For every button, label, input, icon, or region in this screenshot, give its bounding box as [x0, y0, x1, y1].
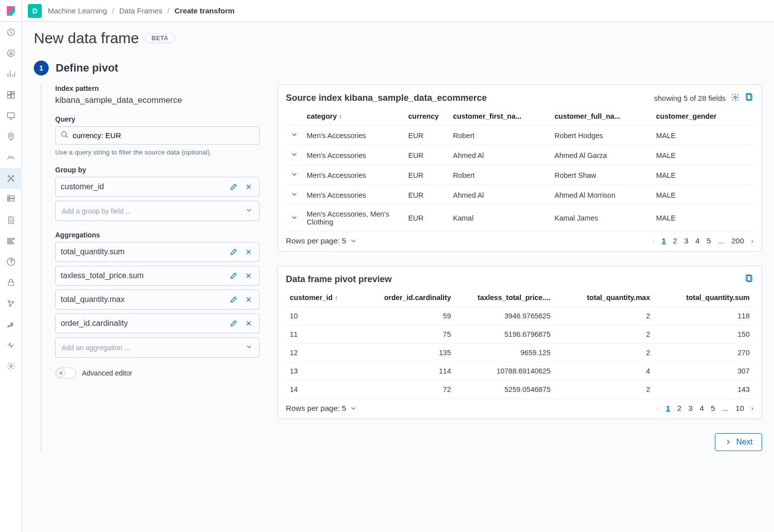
expand-row-icon[interactable] — [286, 126, 303, 146]
nav-logs-icon[interactable] — [0, 210, 22, 230]
nav-ml-icon[interactable] — [0, 168, 22, 189]
nav-infra-icon[interactable] — [0, 189, 22, 210]
gear-icon[interactable] — [731, 93, 740, 103]
nav-siem-icon[interactable] — [0, 272, 22, 293]
column-header[interactable]: taxless_total_price.... — [455, 289, 554, 307]
svg-rect-21 — [7, 240, 12, 241]
column-header[interactable]: currency — [404, 107, 449, 126]
table-cell: 2 — [555, 307, 654, 325]
sort-asc-icon: ↑ — [339, 113, 342, 120]
column-header[interactable]: category↑ — [303, 107, 404, 126]
column-header[interactable]: customer_gender — [652, 107, 754, 126]
page-number[interactable]: 4 — [699, 404, 704, 413]
aggregation-placeholder: Add an aggregation ... — [62, 344, 130, 352]
nav-dashboard-icon[interactable] — [0, 84, 22, 105]
aggregation-add[interactable]: Add an aggregation ... — [55, 337, 259, 358]
page-number[interactable]: 3 — [684, 236, 688, 245]
page-next[interactable]: › — [751, 236, 754, 245]
page-number[interactable]: 5 — [711, 404, 715, 413]
table-cell: Ahmed Al Morrison — [551, 185, 652, 205]
expand-row-icon[interactable] — [286, 205, 303, 231]
column-header[interactable]: total_quantity.sum — [654, 289, 754, 307]
page-number[interactable]: 4 — [695, 236, 700, 245]
close-icon[interactable] — [243, 318, 254, 329]
pencil-icon[interactable] — [228, 318, 239, 329]
rows-per-page[interactable]: Rows per page: 5 — [286, 236, 357, 245]
svg-rect-9 — [7, 113, 14, 118]
pencil-icon[interactable] — [228, 294, 239, 305]
field-pill: total_quantity.sum — [55, 242, 259, 262]
svg-point-15 — [10, 178, 11, 179]
query-input-wrapper[interactable] — [55, 126, 259, 145]
page-number[interactable]: 3 — [688, 404, 693, 413]
breadcrumb-item[interactable]: Data Frames — [119, 6, 163, 15]
nav-discover-icon[interactable] — [0, 43, 22, 64]
nav-management-icon[interactable] — [0, 356, 22, 377]
advanced-editor-toggle[interactable]: ✕ — [55, 368, 76, 379]
chevron-right-icon — [724, 438, 732, 446]
nav-graph-icon[interactable] — [0, 293, 22, 314]
table-cell: Men's Accessories, Men's Clothing — [303, 205, 404, 231]
column-header[interactable]: customer_first_na... — [449, 107, 550, 126]
pencil-icon[interactable] — [228, 246, 239, 257]
table-cell: 3946.9765625 — [455, 307, 554, 325]
page-number[interactable]: 1 — [666, 404, 671, 413]
svg-point-29 — [62, 132, 66, 136]
page-number[interactable]: 10 — [736, 404, 744, 413]
close-icon[interactable] — [243, 294, 254, 305]
pencil-icon[interactable] — [228, 181, 239, 192]
page-ellipsis: ... — [722, 404, 729, 413]
table-cell: 13 — [286, 362, 355, 380]
table-cell: 118 — [654, 307, 754, 325]
expand-row-icon[interactable] — [286, 165, 303, 185]
group-by-add[interactable]: Add a group by field ... — [55, 201, 259, 221]
query-input[interactable] — [73, 131, 254, 140]
nav-recent-icon[interactable] — [0, 22, 22, 43]
nav-visualize-icon[interactable] — [0, 64, 22, 84]
clipboard-icon[interactable] — [745, 93, 754, 103]
nav-devtools-icon[interactable] — [0, 314, 22, 335]
column-header[interactable]: order_id.cardinality — [355, 289, 455, 307]
advanced-editor-label: Advanced editor — [82, 369, 132, 377]
nav-uptime-icon[interactable] — [0, 251, 22, 272]
pagination: ‹12345...10› — [656, 404, 754, 413]
page-next[interactable]: › — [751, 404, 754, 413]
svg-point-18 — [8, 197, 9, 198]
nav-maps-icon[interactable] — [0, 126, 22, 147]
nav-apm-icon[interactable] — [0, 230, 22, 251]
kibana-logo[interactable] — [0, 0, 22, 22]
breadcrumb-item[interactable]: Machine Learning — [48, 6, 107, 15]
column-header[interactable]: total_quantity.max — [555, 289, 654, 307]
nav-metrics-icon[interactable] — [0, 147, 22, 168]
page-prev[interactable]: ‹ — [656, 404, 659, 413]
nav-monitoring-icon[interactable] — [0, 335, 22, 356]
column-header[interactable]: customer_id↑ — [286, 289, 355, 307]
column-header[interactable]: customer_full_na... — [551, 107, 652, 126]
expand-row-icon[interactable] — [286, 146, 303, 165]
space-selector[interactable]: D — [28, 4, 42, 18]
table-cell: Robert — [449, 126, 550, 146]
pill-label: total_quantity.max — [61, 295, 228, 304]
field-pill: order_id.cardinality — [55, 313, 259, 333]
next-button[interactable]: Next — [715, 433, 762, 451]
close-icon[interactable] — [243, 246, 254, 257]
page-number[interactable]: 5 — [706, 236, 711, 245]
rows-per-page[interactable]: Rows per page: 5 — [286, 404, 357, 413]
page-number[interactable]: 1 — [662, 236, 666, 245]
page-prev[interactable]: ‹ — [652, 236, 655, 245]
pencil-icon[interactable] — [228, 270, 239, 281]
clipboard-icon[interactable] — [745, 274, 754, 285]
svg-rect-24 — [8, 282, 13, 286]
group-by-label: Group by — [55, 166, 259, 174]
expand-row-icon[interactable] — [286, 185, 303, 205]
page-number[interactable]: 200 — [731, 236, 744, 245]
page-number[interactable]: 2 — [677, 404, 682, 413]
close-icon[interactable] — [243, 270, 254, 281]
table-row: 10593946.97656252118 — [286, 307, 754, 325]
table-cell: Robert — [449, 165, 550, 185]
page-number[interactable]: 2 — [673, 236, 678, 245]
table-cell: 4 — [555, 362, 654, 380]
nav-canvas-icon[interactable] — [0, 105, 22, 126]
breadcrumbs: Machine Learning / Data Frames / Create … — [48, 6, 235, 15]
close-icon[interactable] — [243, 181, 254, 192]
